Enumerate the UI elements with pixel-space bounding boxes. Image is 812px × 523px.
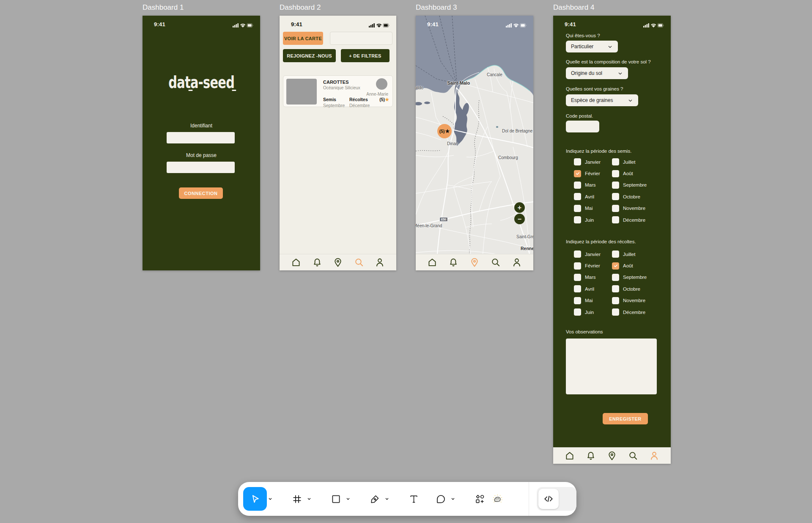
- home-icon[interactable]: [291, 257, 302, 268]
- frame-title-dashboard-4[interactable]: Dashboard 4: [553, 3, 594, 12]
- map-label: Cancale: [487, 72, 502, 77]
- seed-thumbnail: [286, 79, 317, 105]
- text-tool-button[interactable]: [405, 490, 422, 508]
- comment-tool-chevron[interactable]: [450, 493, 456, 505]
- bell-icon[interactable]: [312, 257, 323, 268]
- checkbox-mai[interactable]: [574, 205, 581, 212]
- plus-de-filtres-button[interactable]: + DE FILTRES: [341, 49, 390, 62]
- actions-tool-button[interactable]: [471, 490, 488, 508]
- voir-la-carte-button[interactable]: VOIR LA CARTE: [283, 32, 323, 45]
- ai-tool-button[interactable]: [488, 490, 506, 508]
- map-graphic: [416, 16, 533, 270]
- checkbox-juillet[interactable]: [612, 250, 619, 258]
- frame-icon: [291, 493, 303, 505]
- month-row: Juin: [574, 306, 612, 318]
- month-row: Mai: [574, 203, 612, 214]
- checkbox-mai[interactable]: [574, 297, 581, 304]
- dev-mode-toggle[interactable]: [537, 487, 576, 511]
- recoltes-value: Décembre: [349, 103, 370, 108]
- bell-icon[interactable]: [585, 450, 596, 461]
- checkbox-juin[interactable]: [574, 308, 581, 316]
- home-icon[interactable]: [564, 450, 575, 461]
- month-label: Octobre: [623, 286, 640, 292]
- checkbox-avril[interactable]: [574, 285, 581, 292]
- checkbox-août[interactable]: [612, 262, 619, 270]
- person-icon[interactable]: [511, 257, 522, 268]
- month-row: Février: [574, 260, 612, 271]
- recoltes-label: Récoltes: [349, 97, 368, 102]
- zoom-in-button[interactable]: +: [514, 202, 525, 213]
- checkbox-mars[interactable]: [574, 274, 581, 281]
- checkbox-novembre[interactable]: [612, 297, 619, 304]
- frame-tool-chevron[interactable]: [306, 493, 313, 505]
- observations-textarea[interactable]: [566, 339, 657, 394]
- comment-tool-button[interactable]: [432, 490, 450, 508]
- search-icon[interactable]: [354, 257, 365, 268]
- checkbox-août[interactable]: [612, 170, 619, 177]
- checkbox-septembre[interactable]: [612, 274, 619, 281]
- checkbox-décembre[interactable]: [612, 308, 619, 316]
- connection-button[interactable]: CONNECTION: [179, 187, 223, 199]
- pin-icon[interactable]: [332, 257, 343, 268]
- search-input[interactable]: [330, 32, 392, 45]
- checkbox-avril[interactable]: [574, 193, 581, 200]
- move-tool-chevron[interactable]: [267, 493, 274, 505]
- seeds-select[interactable]: Espèce de graines: [566, 94, 638, 106]
- status-bar: 9:41: [416, 20, 533, 29]
- bell-icon[interactable]: [448, 257, 459, 268]
- enregister-button[interactable]: ENREGISTER: [603, 413, 648, 424]
- pin-icon[interactable]: [469, 257, 480, 268]
- checkbox-janvier[interactable]: [574, 250, 581, 258]
- rejoignez-nous-button[interactable]: REJOIGNEZ -NOUS: [283, 49, 336, 62]
- checkbox-février[interactable]: [574, 262, 581, 270]
- zoom-out-button[interactable]: −: [514, 214, 525, 224]
- status-icons: [233, 22, 254, 30]
- rectangle-icon: [330, 493, 342, 505]
- identifiant-input[interactable]: [167, 132, 235, 143]
- seed-card[interactable]: CAROTTES Océanique Silicieux Anne-Marie …: [283, 75, 393, 107]
- month-label: Mars: [585, 182, 596, 187]
- home-icon[interactable]: [427, 257, 438, 268]
- soil-select[interactable]: Origine du sol: [566, 67, 628, 79]
- frame-title-dashboard-1[interactable]: Dashboard 1: [143, 3, 184, 12]
- person-icon[interactable]: [374, 257, 385, 268]
- map-marker[interactable]: (5)★: [437, 124, 452, 138]
- checkbox-février[interactable]: [574, 170, 581, 177]
- search-icon[interactable]: [628, 450, 639, 461]
- password-input[interactable]: [167, 162, 235, 173]
- pen-tool-button[interactable]: [366, 490, 384, 508]
- map[interactable]: CancaleSaint-MalouildoDol de BretagneDin…: [416, 16, 533, 270]
- checkbox-janvier[interactable]: [574, 158, 581, 165]
- checkbox-mars[interactable]: [574, 182, 581, 189]
- frame-title-dashboard-2[interactable]: Dashboard 2: [280, 3, 321, 12]
- checkbox-septembre[interactable]: [612, 182, 619, 189]
- month-label: Novembre: [623, 298, 645, 303]
- rectangle-tool-chevron[interactable]: [345, 493, 351, 505]
- who-select[interactable]: Particulier: [566, 41, 618, 52]
- pen-tool-chevron[interactable]: [384, 493, 390, 505]
- bottom-nav: [416, 254, 533, 270]
- pen-icon: [369, 493, 381, 505]
- checkbox-octobre[interactable]: [612, 193, 619, 200]
- move-tool-button[interactable]: [243, 487, 267, 511]
- pin-icon[interactable]: [606, 450, 617, 461]
- checkbox-novembre[interactable]: [612, 205, 619, 212]
- checkbox-juin[interactable]: [574, 216, 581, 223]
- person-icon[interactable]: [649, 450, 660, 461]
- month-label: Juillet: [623, 160, 635, 165]
- question-soil-label: Quelle est la composition de votre sol ?: [566, 59, 651, 64]
- rectangle-tool-button[interactable]: [327, 490, 345, 508]
- checkbox-octobre[interactable]: [612, 285, 619, 292]
- frame-tool-button[interactable]: [288, 490, 306, 508]
- checkbox-juillet[interactable]: [612, 158, 619, 165]
- text-icon: [408, 493, 420, 505]
- frame-title-dashboard-3[interactable]: Dashboard 3: [416, 3, 457, 12]
- map-label: Saint-Malo: [447, 80, 470, 85]
- soil-select-value: Origine du sol: [571, 70, 602, 76]
- status-icons: [369, 22, 390, 30]
- month-label: Décembre: [623, 310, 645, 315]
- search-icon[interactable]: [490, 257, 501, 268]
- postal-code-input[interactable]: [566, 121, 599, 132]
- month-label: Août: [623, 171, 633, 176]
- checkbox-décembre[interactable]: [612, 216, 619, 223]
